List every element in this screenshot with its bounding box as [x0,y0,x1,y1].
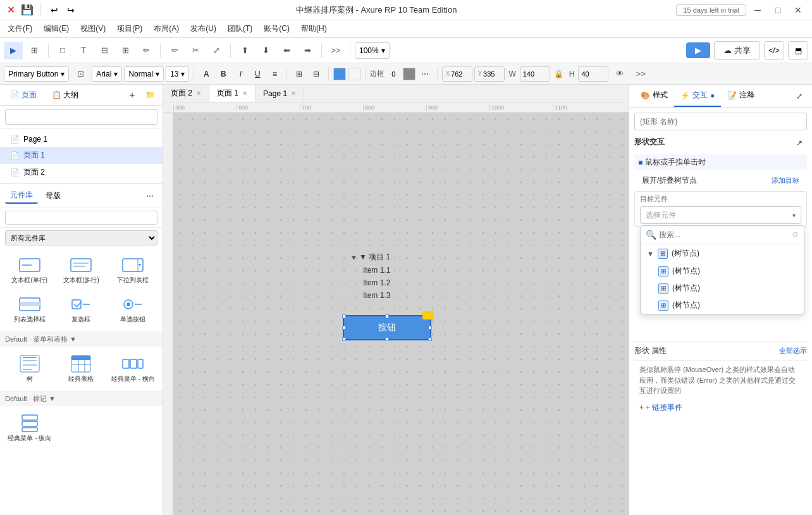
tree-node-1[interactable]: ⊞ (树节点) [641,263,804,280]
section-default-label[interactable]: Default · 标记 ▼ [0,391,163,406]
all-select-btn[interactable]: 全部选示 [779,346,807,356]
dropdown-search-input[interactable] [659,230,789,239]
add-target-btn[interactable]: 添加目标 [772,176,799,185]
external-link-btn[interactable]: ↗ [792,135,807,151]
comp-text-multi[interactable]: 文本框(多行) [57,252,106,289]
comp-list-select[interactable]: 列表选择框 [5,291,54,328]
menu-layout[interactable]: 布局(A) [149,22,184,35]
widget-tool[interactable]: ⊟ [95,42,114,59]
menu-project[interactable]: 项目(P) [112,22,147,35]
more-tools[interactable]: >> [326,42,345,59]
align-right2[interactable]: ➡ [298,42,317,59]
add-page-btn[interactable]: + [125,87,140,102]
font-size-dropdown[interactable]: 13 ▾ [166,66,189,82]
close-tab-page2[interactable]: ✕ [196,90,201,97]
menu-account[interactable]: 账号(C) [259,22,295,35]
text-tool[interactable]: T [74,42,93,59]
undo-icon[interactable]: ↩ [49,4,60,16]
menu-file[interactable]: 文件(F) [3,22,37,35]
comp-radio[interactable]: 单选按钮 [108,291,157,328]
resize-tool[interactable]: ⤢ [207,42,226,59]
page-item-page1-cn[interactable]: 📄页面 1 [0,147,163,164]
crop-tool[interactable]: ✂ [186,42,205,59]
canvas-tab-page1[interactable]: 页面 1 ✕ [209,85,255,102]
run-button[interactable]: ▶ [686,42,710,58]
tree-item-1-3[interactable]: Item 1.3 [363,291,390,300]
italic-btn[interactable]: I [233,66,248,82]
menu-team[interactable]: 团队(T) [223,22,257,35]
shadow-color-btn[interactable] [348,68,360,80]
border-color-btn[interactable] [403,68,415,80]
page-item-page1[interactable]: 📄Page 1 [0,132,163,147]
close-tab-page1[interactable]: ✕ [242,90,247,97]
button-element[interactable]: 按钮 ⚡ [343,315,431,340]
page-search-input[interactable] [5,109,157,125]
comp-dropdown[interactable]: 下拉列表框 [108,252,157,289]
comp-table[interactable]: 经典表格 [57,351,106,387]
h-coord[interactable]: 40 [578,66,608,82]
comp-menu-h[interactable]: 经典菜单 - 横向 [108,351,157,387]
comp-menu-v[interactable]: 经典菜单 - 纵向 [5,410,54,447]
font-family-dropdown[interactable]: Arial ▾ [92,66,122,82]
menu-view[interactable]: 视图(V) [75,22,111,35]
comp-search-input[interactable] [5,211,157,225]
comp-library-select[interactable]: 所有元件库 [5,230,157,245]
w-coord[interactable]: 140 [520,66,550,82]
element-type-dropdown[interactable]: Primary Button ▾ [4,66,69,82]
tab-interaction[interactable]: ⚡交互 ● [674,85,721,107]
export-button[interactable]: ⬒ [788,41,808,60]
tab-widget-library[interactable]: 元件库 [5,188,38,204]
menu-edit[interactable]: 编辑(E) [39,22,74,35]
close-button[interactable]: ✕ [789,1,807,19]
y-coord[interactable]: Y 335 [474,66,505,82]
align-bottom[interactable]: ⬇ [256,42,275,59]
tab-pages[interactable]: 📄页面 [5,88,42,102]
select-tool[interactable]: ▶ [4,42,23,59]
tree-item-1-2[interactable]: Item 1.2 [363,278,390,287]
x-coord[interactable]: X 762 [442,66,472,82]
comp-text-single[interactable]: 文本框(单行) [5,252,54,289]
list-btn[interactable]: ≡ [267,66,282,82]
comp-more-btn[interactable]: ⋯ [142,189,157,204]
element-style-btn[interactable]: ⊡ [71,65,90,83]
align-center-btn[interactable]: ⊞ [292,66,307,82]
table-tool[interactable]: ⊞ [116,42,135,59]
page-item-page2-cn[interactable]: 📄页面 2 [0,164,163,181]
close-tab-page1-en[interactable]: ✕ [291,90,296,97]
section-default-menu[interactable]: Default · 菜单和表格 ▼ [0,332,163,347]
tree-item-root[interactable]: ▼ ▼ 项目 1 [350,252,390,263]
menu-help[interactable]: 帮助(H) [296,22,332,35]
rectangle-tool[interactable]: □ [53,42,72,59]
comp-checkbox[interactable]: 复选框 [57,291,106,328]
element-selector-dropdown[interactable]: 选择元件 ▾ [640,206,801,224]
redo-icon[interactable]: ↪ [65,4,77,16]
scale-tool[interactable]: ⊞ [25,42,44,59]
canvas[interactable]: ▼ ▼ 项目 1 Item 1.1 Item 1.2 Item 1.3 [173,113,629,515]
tree-node-3[interactable]: ⊞ (树节点) [641,297,804,314]
minimize-button[interactable]: ─ [749,1,766,19]
pencil-tool[interactable]: ✏ [165,42,184,59]
maximize-button[interactable]: □ [769,1,787,19]
tree-node-0[interactable]: ▼ ⊞ (树节点) [641,244,804,263]
visibility-btn[interactable]: 👁 [610,65,629,83]
menu-publish[interactable]: 发布(U) [185,22,221,35]
canvas-tab-page2[interactable]: 页面 2 ✕ [163,85,209,102]
tab-annotation[interactable]: 📝注释 [721,85,761,107]
more-format-btn[interactable]: >> [631,65,650,83]
tab-style[interactable]: 🎨样式 [634,85,674,107]
canvas-tab-page1-en[interactable]: Page 1 ✕ [255,85,304,102]
tree-item-1-1[interactable]: Item 1.1 [363,266,390,275]
font-style-dropdown[interactable]: Normal ▾ [124,66,164,82]
tab-masters[interactable]: 母版 [40,189,66,203]
add-event-link[interactable]: + + 链接事件 [634,400,807,416]
share-button[interactable]: ☁ 共享 [714,41,760,60]
border-style-btn[interactable]: ⋯ [417,66,433,82]
underline-btn[interactable]: U [250,66,265,82]
lock-icon[interactable]: 🔒 [552,70,565,78]
zoom-dropdown[interactable]: 100% ▾ [355,42,390,59]
shape-name-input[interactable] [634,113,807,130]
save-icon[interactable]: 💾 [22,4,33,16]
text-color-btn[interactable]: A [199,66,214,82]
tab-outline[interactable]: 📋大纲 [47,88,83,102]
pen-tool[interactable]: ✏ [137,42,156,59]
